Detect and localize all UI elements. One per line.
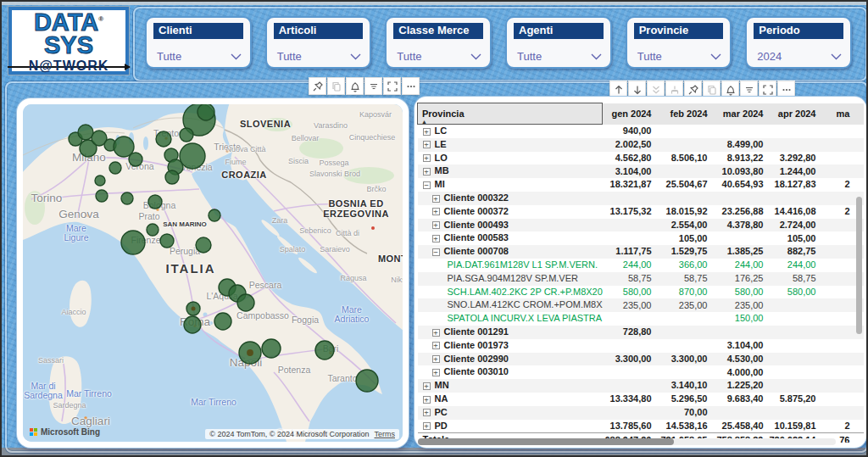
terms-link[interactable]: Terms bbox=[375, 430, 396, 438]
expand-icon[interactable]: + bbox=[423, 409, 431, 416]
toolbar-drill-down-button[interactable] bbox=[628, 81, 646, 98]
toolbar-focus-mode-button[interactable] bbox=[383, 77, 401, 95]
map-bubble[interactable] bbox=[109, 162, 121, 174]
toolbar-more-options-button[interactable] bbox=[402, 77, 420, 95]
map-bubble[interactable] bbox=[78, 125, 93, 140]
column-header-month[interactable]: mar 2024 bbox=[713, 103, 769, 125]
toolbar-focus-mode-button[interactable] bbox=[759, 81, 776, 98]
expand-icon[interactable]: + bbox=[432, 342, 440, 349]
table-row[interactable]: SCH.LAM.402.2KC 2P CR.+P.M8X20580,00870,… bbox=[418, 286, 865, 299]
collapse-icon[interactable]: − bbox=[432, 248, 440, 256]
map-bubble[interactable] bbox=[121, 192, 133, 204]
expand-icon[interactable]: + bbox=[432, 369, 440, 376]
map-bubble[interactable] bbox=[180, 143, 205, 169]
map-bubble[interactable] bbox=[95, 176, 105, 186]
table-row[interactable]: +Cliente 00037213.175,3218.015,9223.256,… bbox=[418, 205, 865, 219]
map-bubble[interactable] bbox=[147, 224, 159, 236]
expand-icon[interactable]: + bbox=[432, 195, 440, 203]
map-bubble[interactable] bbox=[356, 370, 378, 392]
toolbar-expand-all-button[interactable] bbox=[647, 81, 665, 98]
filter-dropdown[interactable]: Tutte bbox=[274, 50, 364, 64]
bing-map[interactable]: TrentoMilanoVeronaVeneziaTorinoTriesteSL… bbox=[23, 104, 403, 442]
expand-icon[interactable]: + bbox=[432, 235, 440, 242]
table-row[interactable]: +Cliente 0004932.554,004.378,802.724,00 bbox=[418, 219, 865, 232]
row-header-cell: +MN bbox=[418, 379, 603, 393]
horizontal-scrollbar-track[interactable] bbox=[418, 438, 836, 445]
table-row[interactable]: +LC940,00 bbox=[418, 125, 865, 138]
expand-icon[interactable]: + bbox=[423, 154, 431, 162]
table-row[interactable]: +MN3.140,101.225,20 bbox=[418, 379, 865, 393]
toolbar-bell-button[interactable] bbox=[721, 81, 739, 98]
table-row[interactable]: +Cliente 0019733.104,00 bbox=[418, 339, 865, 353]
pin-icon bbox=[687, 84, 699, 96]
toolbar-copy-button[interactable] bbox=[703, 81, 721, 98]
table-row[interactable]: +PC70,00 bbox=[418, 406, 865, 420]
map-bubble[interactable] bbox=[129, 153, 142, 166]
table-row[interactable]: +Cliente 0029903.300,003.300,004.530,00 bbox=[418, 353, 865, 366]
expand-icon[interactable]: + bbox=[423, 141, 431, 148]
collapse-icon[interactable]: − bbox=[423, 181, 431, 189]
table-row[interactable]: SNO.LAM.412KC CROM.+POM.M8X25235,00235,0… bbox=[418, 298, 865, 312]
map-bubble[interactable] bbox=[165, 170, 179, 184]
map-bubble[interactable] bbox=[198, 104, 214, 120]
filter-dropdown[interactable]: Tutte bbox=[153, 50, 243, 64]
toolbar-drill-up-button[interactable] bbox=[609, 81, 627, 98]
expand-icon[interactable]: + bbox=[423, 396, 431, 404]
map-bubble[interactable] bbox=[180, 128, 193, 142]
column-header-month[interactable]: apr 2024 bbox=[769, 103, 821, 125]
table-row[interactable]: PIA.SGA.904M128V SP.M.VER58,7558,75176,2… bbox=[418, 272, 865, 286]
filter-dropdown[interactable]: Tutte bbox=[634, 50, 724, 64]
table-row[interactable]: +PD13.785,6014.538,1625.458,4010.159,812 bbox=[418, 420, 865, 433]
toolbar-copy-button[interactable] bbox=[327, 77, 345, 95]
toolbar-drill-mode-button[interactable] bbox=[665, 81, 683, 98]
expand-icon[interactable]: + bbox=[423, 422, 431, 430]
expand-icon[interactable]: + bbox=[432, 329, 440, 337]
value-cell bbox=[713, 231, 769, 245]
column-header-month[interactable]: feb 2024 bbox=[657, 103, 713, 125]
map-bubble[interactable] bbox=[209, 209, 220, 221]
table-row[interactable]: +Cliente 0030104.000,00 bbox=[418, 365, 865, 379]
toolbar-pin-button[interactable] bbox=[684, 81, 702, 98]
table-row[interactable]: −Cliente 0007081.117,751.529,751.385,258… bbox=[418, 245, 865, 259]
map-bubble[interactable] bbox=[237, 294, 254, 311]
table-row[interactable]: −MI18.321,8725.504,6740.654,9318.127,832 bbox=[418, 178, 865, 192]
expand-icon[interactable]: + bbox=[432, 208, 440, 215]
map-bubble[interactable] bbox=[262, 339, 281, 358]
map-bubble[interactable] bbox=[121, 231, 145, 254]
horizontal-scrollbar-thumb[interactable] bbox=[418, 438, 674, 445]
table-row[interactable]: +Cliente 000583105,00105,00 bbox=[418, 231, 865, 245]
map-bubble[interactable] bbox=[196, 237, 211, 253]
expand-icon[interactable]: + bbox=[423, 128, 431, 136]
column-header-provincia[interactable]: Provincia ▲ bbox=[418, 103, 603, 125]
map-bubble[interactable] bbox=[160, 234, 174, 248]
toolbar-filter-lines-button[interactable] bbox=[740, 81, 758, 98]
toolbar-pin-button[interactable] bbox=[309, 77, 326, 95]
expand-icon[interactable]: + bbox=[423, 382, 431, 390]
expand-icon[interactable]: + bbox=[432, 221, 440, 229]
map-bubble[interactable] bbox=[315, 341, 334, 359]
table-row[interactable]: PIA.DAT.961M128V L1 SP.M.VERN.244,00366,… bbox=[418, 259, 865, 272]
table-row[interactable]: SPATOLA INCURV.X LEVA PIASTRA150,00 bbox=[418, 312, 865, 326]
filter-dropdown[interactable]: Tutte bbox=[393, 50, 483, 64]
filter-dropdown[interactable]: 2024 bbox=[754, 50, 843, 64]
map-bubble[interactable] bbox=[156, 131, 171, 147]
vertical-scrollbar-thumb[interactable] bbox=[856, 197, 862, 334]
toolbar-more-options-button[interactable] bbox=[777, 81, 795, 98]
map-bubble[interactable] bbox=[184, 316, 201, 333]
expand-icon[interactable]: + bbox=[432, 355, 440, 363]
column-header-month[interactable]: gen 2024 bbox=[603, 103, 657, 125]
map-bubble[interactable] bbox=[96, 190, 108, 202]
toolbar-bell-button[interactable] bbox=[346, 77, 364, 95]
table-row[interactable]: +LO4.562,808.506,108.913,223.292,80 bbox=[418, 152, 865, 165]
map-bubble[interactable] bbox=[214, 313, 231, 330]
expand-icon[interactable]: + bbox=[423, 168, 431, 176]
column-header-month[interactable]: ma bbox=[821, 103, 865, 125]
table-row[interactable]: +Cliente 001291728,80 bbox=[418, 326, 865, 339]
table-row[interactable]: +LE2.002,508.499,00 bbox=[418, 138, 865, 152]
table-row[interactable]: +Cliente 000322 bbox=[418, 192, 865, 205]
table-row[interactable]: +NA13.334,805.296,509.683,405.875,20 bbox=[418, 393, 865, 406]
map-bubble[interactable] bbox=[148, 195, 162, 209]
filter-dropdown[interactable]: Tutte bbox=[514, 50, 604, 64]
table-row[interactable]: +MB3.104,0010.093,801.244,00 bbox=[418, 164, 865, 178]
toolbar-filter-lines-button[interactable] bbox=[364, 77, 382, 95]
